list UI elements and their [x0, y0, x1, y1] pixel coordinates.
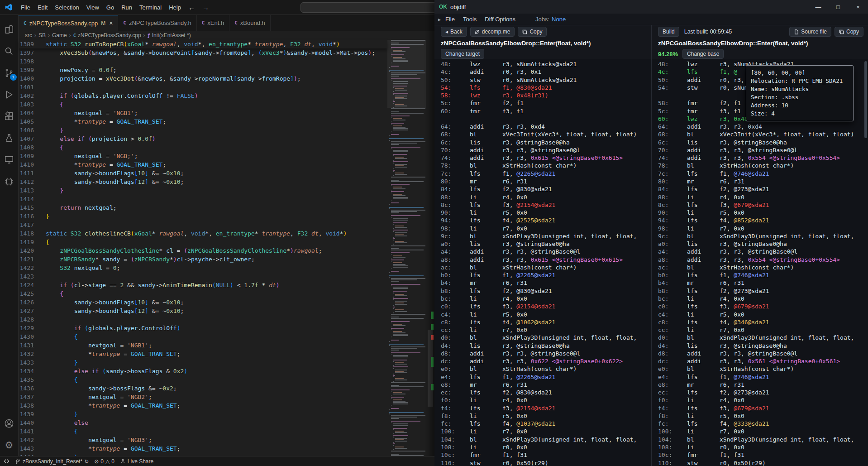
asm-row[interactable]: b0:lfsf1, @2265@sda21: [441, 271, 651, 279]
asm-row[interactable]: 54:lfsf1, @830@sda21: [441, 84, 651, 91]
code-area[interactable]: 1397 xVec3Sub(&newPos, &sandy->bouncePoi…: [19, 48, 387, 456]
asm-row[interactable]: 90:lir5, 0x0: [441, 209, 651, 216]
asm-row[interactable]: 70:addir3, r3, @stringBase0@l: [658, 146, 868, 154]
code-line[interactable]: 1441 {: [19, 427, 387, 436]
code-line[interactable]: 1408 {: [19, 143, 387, 152]
change-target-button[interactable]: Change target: [441, 49, 484, 59]
code-line[interactable]: 1406 }: [19, 126, 387, 135]
code-line[interactable]: 1428: [19, 315, 387, 324]
asm-row[interactable]: c4:lir5, 0x0: [441, 311, 651, 318]
asm-row[interactable]: c0:lfsf3, @2154@sda21: [441, 303, 651, 310]
asm-row[interactable]: d0:blxSndPlay3D(unsigned int, float, flo…: [658, 334, 868, 341]
menu-view[interactable]: View: [83, 2, 103, 13]
asm-row[interactable]: c4:lir5, 0x0: [658, 311, 868, 318]
asm-row[interactable]: 84:lfsf2, @273@sda21: [658, 185, 868, 193]
minimap[interactable]: [387, 40, 426, 456]
asm-row[interactable]: 8c:lfsf3, @2154@sda21: [441, 201, 651, 209]
asm-row[interactable]: ac:blxStrHash(const char*): [441, 264, 651, 271]
code-line[interactable]: 1402 if (globals.player.ControlOff != FA…: [19, 91, 387, 100]
code-line[interactable]: 1413 }: [19, 186, 387, 195]
minimap-slider[interactable]: [387, 40, 426, 108]
asm-row[interactable]: 94:lfsf4, @2525@sda21: [441, 216, 651, 224]
asm-row[interactable]: 100:lir7, 0x0: [441, 428, 651, 435]
asm-row[interactable]: 68:blxVec3Init(xVec3*, float, float, flo…: [441, 130, 651, 138]
asm-row[interactable]: e4:lfsf1, @746@sda21: [658, 373, 868, 381]
code-line[interactable]: 1431 nextgoal = 'NGB1';: [19, 341, 387, 350]
breadcrumb-item[interactable]: src: [25, 32, 32, 38]
asm-row[interactable]: a8:addir3, r3, 0x554 <@stringBase0+0x554…: [658, 256, 868, 264]
menu-run[interactable]: Run: [118, 2, 136, 13]
code-line[interactable]: 1439 }: [19, 410, 387, 418]
close-icon[interactable]: ×: [848, 0, 868, 14]
asm-row[interactable]: ec:lfsf2, @273@sda21: [658, 389, 868, 396]
asm-row[interactable]: bc:lir4, 0x0: [658, 295, 868, 303]
asm-row[interactable]: d4:lisr3, @stringBase0@ha: [658, 342, 868, 350]
code-line[interactable]: 1421 zNPCBSandy* sandy = (zNPCBSandy*)cl…: [19, 255, 387, 264]
code-line[interactable]: 1405 *trantype = GOAL_TRAN_SET;: [19, 117, 387, 126]
asm-row[interactable]: 98:lir7, 0x0: [658, 225, 868, 232]
asm-row[interactable]: 104:blxSndPlay3D(unsigned int, float, fl…: [441, 436, 651, 443]
base-symbol-name[interactable]: zNPCGoalBossSandyElbowDrop::Enter(float,…: [652, 38, 868, 48]
asm-row[interactable]: 4c:addir0, r3, 0x1: [441, 68, 651, 76]
asm-row[interactable]: ec:lfsf2, @830@sda21: [441, 389, 651, 396]
maximize-icon[interactable]: □: [828, 0, 848, 14]
asm-row[interactable]: b4:mrr6, r31: [441, 279, 651, 287]
code-line[interactable]: 1424 if (cl->stage == 2 && sandy->AnimTi…: [19, 281, 387, 289]
code-line[interactable]: 1412 sandy->boundFlags[12] &= ~0x10;: [19, 178, 387, 186]
back-button[interactable]: ◂Back: [441, 27, 467, 37]
change-base-button[interactable]: Change base: [682, 49, 724, 59]
sidebar-expand-icon[interactable]: ▸: [438, 16, 441, 23]
back-arrow-icon[interactable]: ←: [188, 4, 195, 11]
asm-row[interactable]: a8:addir3, r3, 0x615 <@stringBase0+0x615…: [441, 256, 651, 264]
code-line[interactable]: 1410 *trantype = GOAL_TRAN_SET;: [19, 160, 387, 169]
breadcrumb-item[interactable]: Game: [52, 32, 67, 38]
code-line[interactable]: 1419{: [19, 238, 387, 246]
code-line[interactable]: 1442 nextgoal = 'NGB3';: [19, 436, 387, 444]
asm-row[interactable]: 88:lir4, 0x0: [658, 193, 868, 201]
asm-row[interactable]: 64:addir3, r3, 0xd4: [441, 123, 651, 130]
asm-row[interactable]: c8:lfsf4, @1062@sda21: [441, 318, 651, 326]
code-line[interactable]: 1432 *trantype = GOAL_TRAN_SET;: [19, 350, 387, 358]
asm-row[interactable]: e8:mrr6, r31: [658, 381, 868, 389]
code-line[interactable]: 1429 if (globals.player.ControlOff): [19, 324, 387, 332]
custom-extension-icon[interactable]: [0, 171, 19, 192]
forward-arrow-icon[interactable]: →: [202, 4, 209, 11]
asm-row[interactable]: 70:addir3, r3, @stringBase0@l: [441, 146, 651, 154]
editor-scrollbar[interactable]: [426, 40, 434, 456]
code-line[interactable]: 1404 nextgoal = 'NGB1';: [19, 109, 387, 117]
copy-base-button[interactable]: Copy: [835, 27, 863, 37]
code-line[interactable]: 1434 else if (sandy->bossFlags & 0x2): [19, 367, 387, 375]
asm-row[interactable]: f4:lfsf3, @679@sda21: [658, 404, 868, 412]
tab-zNPCTypeBossSandy.h[interactable]: CzNPCTypeBossSandy.h: [118, 15, 196, 31]
asm-row[interactable]: b8:lfsf2, @830@sda21: [441, 287, 651, 295]
code-line[interactable]: 1400 projection = xVec3Dot(&newPos, &san…: [19, 74, 387, 83]
run-debug-icon[interactable]: [0, 84, 19, 106]
asm-row[interactable]: 9c:blxSndPlay3D(unsigned int, float, flo…: [658, 232, 868, 240]
code-line[interactable]: 1398: [19, 57, 387, 66]
asm-row[interactable]: 50:stwr0, sNumAttacks@sda21: [441, 76, 651, 84]
asm-row[interactable]: 108:lir0, 0x0: [441, 443, 651, 451]
explorer-icon[interactable]: [0, 19, 19, 40]
remote-explorer-icon[interactable]: [0, 149, 19, 171]
code-line[interactable]: 1438 *trantype = GOAL_TRAN_SET;: [19, 401, 387, 410]
tab-zNPCTypeBossSandy.cpp[interactable]: CzNPCTypeBossSandy.cppM×: [19, 15, 118, 31]
asm-row[interactable]: 90:lir5, 0x0: [658, 209, 868, 216]
asm-row[interactable]: 68:blxVec3Init(xVec3*, float, float, flo…: [658, 130, 868, 138]
asm-row[interactable]: e4:lfsf1, @2265@sda21: [441, 373, 651, 381]
menu-help[interactable]: Help: [165, 2, 185, 13]
asm-row[interactable]: f4:lfsf3, @2154@sda21: [441, 404, 651, 412]
asm-row[interactable]: a4:addir3, r3, @stringBase0@l: [658, 248, 868, 255]
menu-go[interactable]: Go: [103, 2, 118, 13]
asm-row[interactable]: e0:blxStrHash(const char*): [658, 365, 868, 373]
code-line[interactable]: 1440 else: [19, 418, 387, 427]
asm-row[interactable]: 6c:lisr3, @stringBase0@ha: [658, 139, 868, 146]
asm-row[interactable]: c0:lfsf3, @679@sda21: [658, 303, 868, 310]
code-line[interactable]: 1443 *trantype = GOAL_TRAN_SET;: [19, 444, 387, 453]
asm-row[interactable]: d0:blxSndPlay3D(unsigned int, float, flo…: [441, 334, 651, 341]
asm-row[interactable]: 64:addir3, r3, 0xd4: [658, 123, 868, 130]
code-line[interactable]: 1403 {: [19, 100, 387, 109]
tab-xBound.h[interactable]: CxBound.h: [229, 15, 271, 31]
breadcrumb-item[interactable]: zNPCTypeBossSandy.cpp: [78, 32, 141, 38]
account-icon[interactable]: [0, 413, 19, 434]
code-line[interactable]: 1399 newPos.y = 0.0f;: [19, 66, 387, 74]
